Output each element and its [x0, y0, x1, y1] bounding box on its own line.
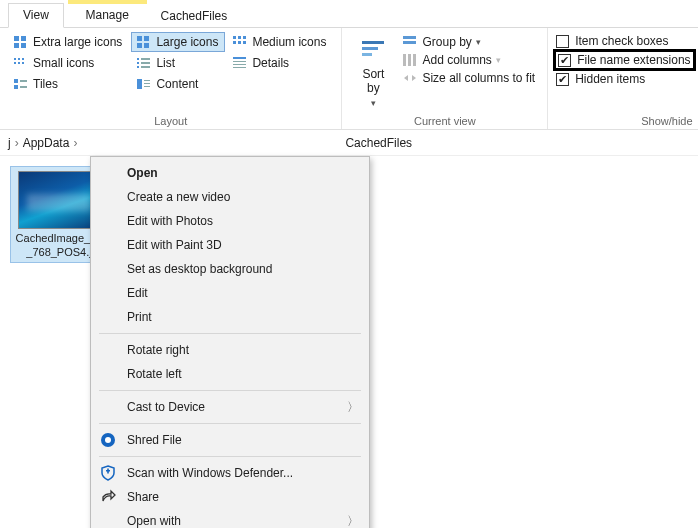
svg-rect-8 [233, 36, 236, 39]
svg-rect-36 [144, 83, 150, 84]
svg-rect-39 [362, 47, 378, 50]
menu-edit-with-photos[interactable]: Edit with Photos [91, 209, 369, 233]
view-content[interactable]: Content [131, 74, 225, 94]
menu-rotate-right[interactable]: Rotate right [91, 338, 369, 362]
svg-rect-32 [14, 85, 18, 89]
menu-share[interactable]: Share [91, 485, 369, 509]
svg-rect-22 [137, 62, 139, 64]
svg-rect-31 [20, 80, 27, 82]
view-large-icons[interactable]: Large icons [131, 32, 225, 52]
svg-rect-0 [14, 36, 19, 41]
svg-rect-29 [233, 67, 246, 68]
shield-icon [99, 464, 117, 482]
svg-rect-33 [20, 86, 27, 88]
menu-shred-file[interactable]: Shred File [91, 428, 369, 452]
menu-create-new-video[interactable]: Create a new video [91, 185, 369, 209]
context-menu: Open Create a new video Edit with Photos… [90, 156, 370, 528]
svg-rect-21 [141, 58, 150, 60]
menu-cast-to-device[interactable]: Cast to Device〉 [91, 395, 369, 419]
svg-rect-10 [243, 36, 246, 39]
svg-rect-34 [137, 79, 142, 89]
svg-rect-41 [403, 36, 416, 39]
svg-rect-24 [137, 66, 139, 68]
svg-rect-18 [18, 62, 20, 64]
svg-rect-40 [362, 53, 372, 56]
group-label-current-view: Current view [350, 113, 539, 127]
svg-rect-23 [141, 62, 150, 64]
image-thumbnail [18, 171, 100, 229]
size-columns-button[interactable]: Size all columns to fit [398, 70, 539, 86]
sort-icon [358, 36, 388, 66]
view-extra-large-icons[interactable]: Extra large icons [8, 32, 129, 52]
checkbox-icon [556, 35, 569, 48]
list-icon [136, 56, 152, 70]
svg-rect-28 [233, 64, 246, 65]
ribbon-body: Extra large icons Large icons Medium ico… [0, 28, 698, 130]
svg-rect-1 [21, 36, 26, 41]
svg-rect-49 [107, 469, 109, 474]
hidden-items-checkbox[interactable]: ✔ Hidden items [556, 72, 692, 86]
view-list[interactable]: List [131, 53, 225, 73]
window-title: CachedFiles [149, 4, 240, 27]
svg-rect-4 [137, 36, 142, 41]
breadcrumb-item[interactable]: j [8, 136, 11, 150]
breadcrumb[interactable]: j › AppData › CachedFiles [0, 130, 698, 156]
grid-icon [232, 35, 248, 49]
svg-rect-45 [413, 54, 416, 66]
dots-icon [13, 56, 29, 70]
menu-open-with[interactable]: Open with〉 [91, 509, 369, 528]
svg-rect-43 [403, 54, 406, 66]
group-by-button[interactable]: Group by ▾ [398, 34, 539, 50]
chevron-down-icon: ▾ [476, 37, 481, 47]
svg-rect-37 [144, 86, 150, 87]
menu-scan-defender[interactable]: Scan with Windows Defender... [91, 461, 369, 485]
breadcrumb-item[interactable]: AppData [23, 136, 70, 150]
tab-manage[interactable]: Manage [72, 4, 143, 27]
svg-rect-14 [14, 58, 16, 60]
menu-print[interactable]: Print [91, 305, 369, 329]
ribbon-tab-row: View Picture Tools Manage CachedFiles [0, 0, 698, 28]
svg-rect-27 [233, 61, 246, 62]
menu-separator [99, 333, 361, 334]
chevron-right-icon: 〉 [347, 399, 359, 416]
chevron-down-icon: ▾ [371, 98, 376, 108]
item-check-boxes-checkbox[interactable]: Item check boxes [556, 34, 692, 48]
svg-rect-15 [18, 58, 20, 60]
menu-open[interactable]: Open [91, 161, 369, 185]
group-icon [402, 35, 418, 49]
sort-by-button[interactable]: Sort by ▾ [350, 32, 396, 108]
fit-icon [402, 71, 418, 85]
view-medium-icons[interactable]: Medium icons [227, 32, 333, 52]
svg-rect-9 [238, 36, 241, 39]
chevron-right-icon: › [73, 136, 77, 150]
svg-rect-16 [22, 58, 24, 60]
layout-views: Extra large icons Large icons Medium ico… [8, 32, 333, 94]
menu-rotate-left[interactable]: Rotate left [91, 362, 369, 386]
checkbox-checked-icon: ✔ [558, 54, 571, 67]
chevron-down-icon: ▾ [496, 55, 501, 65]
menu-edit[interactable]: Edit [91, 281, 369, 305]
group-label-show-hide: Show/hide [556, 113, 692, 127]
svg-rect-19 [22, 62, 24, 64]
view-tiles[interactable]: Tiles [8, 74, 129, 94]
checkbox-checked-icon: ✔ [556, 73, 569, 86]
svg-rect-5 [144, 36, 149, 41]
chevron-right-icon: › [15, 136, 19, 150]
view-details[interactable]: Details [227, 53, 333, 73]
view-small-icons[interactable]: Small icons [8, 53, 129, 73]
svg-rect-11 [233, 41, 236, 44]
tab-view[interactable]: View [8, 3, 64, 28]
svg-rect-30 [14, 79, 18, 83]
content-icon [136, 77, 152, 91]
squares-icon [13, 35, 29, 49]
add-columns-button[interactable]: Add columns ▾ [398, 52, 539, 68]
file-name-extensions-checkbox[interactable]: ✔ File name extensions [558, 53, 690, 67]
squares-icon [136, 35, 152, 49]
shred-icon [99, 431, 117, 449]
breadcrumb-item[interactable]: CachedFiles [345, 136, 412, 150]
menu-edit-with-paint3d[interactable]: Edit with Paint 3D [91, 233, 369, 257]
columns-icon [402, 53, 418, 67]
menu-set-desktop-background[interactable]: Set as desktop background [91, 257, 369, 281]
svg-point-47 [105, 437, 111, 443]
svg-rect-44 [408, 54, 411, 66]
